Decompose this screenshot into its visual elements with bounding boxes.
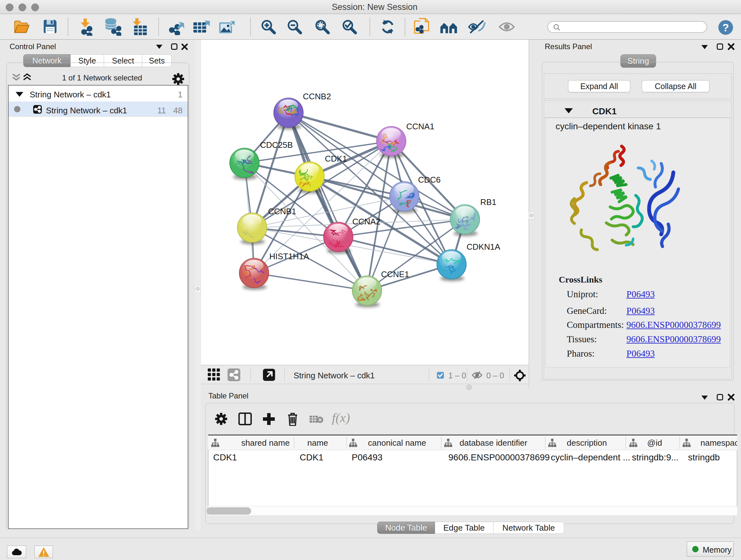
svg-text:CDKN1A: CDKN1A [467,242,500,252]
svg-text:HIST1H1A: HIST1H1A [269,252,309,261]
svg-text:CDC25B: CDC25B [260,140,293,150]
svg-text:CCNA2: CCNA2 [352,217,381,226]
svg-text:CDK1: CDK1 [325,154,347,164]
svg-text:RB1: RB1 [480,197,496,207]
svg-text:CCNB2: CCNB2 [303,91,331,101]
svg-text:CCNE1: CCNE1 [381,269,409,279]
svg-text:CDC6: CDC6 [418,175,441,185]
svg-text:CCNA1: CCNA1 [406,122,434,131]
svg-text:CCNB1: CCNB1 [268,206,296,216]
